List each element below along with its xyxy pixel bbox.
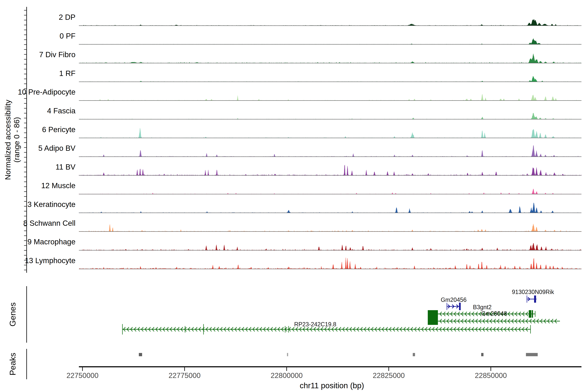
peak-box [287, 353, 288, 356]
track-signal-5-adipo-bv [79, 146, 582, 157]
track-4-fascia [79, 113, 582, 119]
gene-exon-tick-RP23-242C19.8 [530, 325, 531, 334]
x-tick-label-22850000: 22850000 [455, 371, 527, 380]
y-axis-tick [24, 44, 26, 45]
track-label-13-lymphocyte: 13 Lymphocyte [0, 256, 76, 265]
track-label-5-adipo-bv: 5 Adipo BV [0, 144, 76, 153]
x-axis-line [79, 366, 582, 367]
track-label-7-div-fibro: 7 Div Fibro [0, 50, 76, 59]
gene-exon-tick-9130230N09Rik [527, 296, 527, 303]
y-axis-tick [24, 192, 26, 192]
gene-exon-box-Gm20456 [459, 303, 461, 310]
track-signal-2-dp [79, 19, 582, 26]
track-signal-10-pre-adipocyte [79, 94, 582, 100]
track-8-schwann-cell [79, 224, 582, 232]
gene-row-B3gnt2-transcript-2 [428, 317, 560, 325]
gene-exon-tick-RP23-242C19.8 [203, 324, 204, 334]
track-0-pf [79, 38, 582, 44]
track-signal-7-div-fibro [79, 54, 582, 63]
track-label-10-pre-adipocyte: 10 Pre-Adipocyte [0, 88, 76, 96]
gene-exon-tick-Gm20456 [447, 303, 447, 310]
gene-exon-tick-RP23-242C19.8 [122, 324, 123, 334]
track-label-11-bv: 11 BV [0, 162, 76, 172]
gene-label-Gm28048: Gm28048 [481, 310, 507, 317]
track-2-dp [79, 19, 582, 26]
peaks-row [139, 353, 538, 356]
track-12-muscle [79, 189, 582, 194]
track-label-9-macrophage: 9 Macrophage [0, 237, 76, 246]
gene-label-RP23-242C19.8: RP23-242C19.8 [294, 321, 336, 328]
y-axis-tick [24, 216, 26, 216]
track-signal-12-muscle [79, 189, 582, 194]
gene-exon-box-9130230N09Rik [534, 296, 536, 303]
track-label-3-keratinocyte: 3 Keratinocyte [0, 200, 76, 209]
x-axis-tick [82, 367, 83, 371]
gene-exon-box-B3gnt2 [532, 310, 533, 318]
track-signal-0-pf [79, 38, 582, 44]
y-axis-tick [24, 25, 26, 25]
x-axis-tick [490, 367, 491, 371]
x-axis-title: chr11 position (bp) [300, 381, 364, 390]
gene-row-Gm20456 [447, 303, 461, 310]
y-axis-tick [24, 79, 26, 79]
track-5-adipo-bv [79, 146, 582, 157]
y-axis-tick [24, 157, 26, 158]
y-axis-title-line2: (range 0 - 86) [12, 117, 21, 163]
y-axis-tick [24, 211, 26, 212]
peak-box [139, 353, 142, 356]
gene-label-B3gnt2: B3gnt2 [473, 304, 492, 311]
y-axis-tick [24, 64, 26, 64]
gene-exon-box-B3gnt2 [428, 310, 438, 318]
track-7-div-fibro [79, 54, 582, 63]
y-axis-tick [24, 118, 26, 118]
y-axis-tick [24, 250, 26, 251]
track-label-8-schwann-cell: 8 Schwann Cell [0, 218, 76, 228]
x-tick-label-22775000: 22775000 [149, 371, 220, 380]
y-axis-tick [24, 123, 26, 123]
peaks-section-label: Peaks [8, 353, 18, 376]
x-tick-label-22825000: 22825000 [353, 371, 425, 380]
y-axis-tick [24, 177, 26, 177]
track-13-lymphocyte [79, 258, 582, 269]
gene-label-9130230N09Rik: 9130230N09Rik [512, 288, 554, 296]
track-1-rf [79, 76, 582, 82]
peaks-bracket [26, 349, 27, 379]
track-signal-3-keratinocyte [79, 203, 582, 213]
track-signal-11-bv [79, 165, 582, 176]
gene-exon-box-B3gnt2 [529, 310, 532, 318]
track-signal-9-macrophage [79, 243, 582, 250]
x-axis [79, 366, 582, 371]
track-11-bv [79, 165, 582, 176]
track-label-2-dp: 2 DP [0, 12, 76, 22]
gene-exon-tick-RP23-242C19.8 [285, 326, 286, 332]
y-axis-tick [24, 172, 26, 172]
peak-box [413, 353, 415, 356]
track-label-4-fascia: 4 Fascia [0, 106, 76, 115]
y-axis-tick [24, 84, 26, 84]
track-signal-6-pericyte [79, 128, 582, 138]
y-axis-tick [24, 138, 26, 138]
y-axis-tick [24, 49, 26, 50]
gene-exon-tick-RP23-242C19.8 [185, 326, 186, 332]
genes-section-label: Genes [8, 302, 18, 326]
genes-bracket [26, 286, 27, 343]
gene-row-9130230N09Rik [527, 296, 537, 303]
gene-exon-tick-RP23-242C19.8 [288, 326, 289, 332]
track-signal-8-schwann-cell [79, 224, 582, 232]
track-signal-1-rf [79, 76, 582, 82]
x-tick-label-22800000: 22800000 [251, 371, 322, 380]
figure: Normalized accessibility (range 0 - 86) … [0, 0, 588, 392]
y-axis-tick [24, 142, 26, 143]
x-axis-tick [286, 367, 287, 371]
gene-exon-tick-B3gnt2 [535, 311, 536, 317]
y-axis-tick [24, 98, 26, 99]
y-axis-tick [24, 270, 26, 270]
track-10-pre-adipocyte [79, 94, 582, 100]
x-axis-tick [388, 367, 389, 371]
y-axis-tick [24, 236, 26, 236]
genome-browser-chart [0, 0, 588, 392]
y-axis-tick [24, 30, 26, 30]
gene-exon-box-B3gnt2-transcript-2 [428, 317, 438, 325]
track-label-0-pf: 0 PF [0, 31, 76, 40]
y-axis [24, 7, 27, 273]
